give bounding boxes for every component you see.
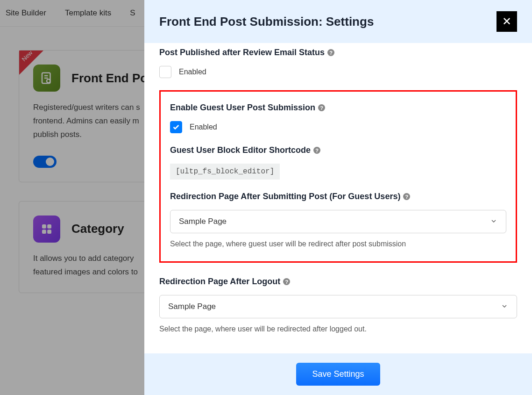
section-title-text: Guest User Block Editor Shortcode <box>170 145 311 155</box>
select-value: Sample Page <box>179 217 227 226</box>
enabled-checkbox[interactable] <box>170 121 182 133</box>
settings-modal: Front End Post Submission: Settings ✕ Po… <box>144 0 532 395</box>
section-shortcode: Guest User Block Editor Shortcode ? [ult… <box>170 145 506 180</box>
section-guest-enable: Enable Guest User Post Submission ? Enab… <box>170 103 506 133</box>
help-icon[interactable]: ? <box>283 278 290 285</box>
close-icon: ✕ <box>502 15 511 28</box>
chevron-down-icon <box>490 217 497 226</box>
checkbox-label: Enabled <box>190 123 217 131</box>
modal-footer: Save Settings <box>144 353 532 395</box>
modal-title: Front End Post Submission: Settings <box>159 14 374 29</box>
section-title-text: Redirection Page After Logout <box>159 277 280 287</box>
highlight-box: Enable Guest User Post Submission ? Enab… <box>159 90 517 263</box>
chevron-down-icon <box>501 302 508 311</box>
section-redirect-guest: Redirection Page After Submitting Post (… <box>170 192 506 248</box>
modal-header: Front End Post Submission: Settings ✕ <box>144 0 532 43</box>
save-settings-button[interactable]: Save Settings <box>296 363 380 386</box>
section-title: Post Published after Review Email Status… <box>159 48 517 57</box>
redirect-logout-select[interactable]: Sample Page <box>159 295 517 318</box>
section-title-text: Post Published after Review Email Status <box>159 48 325 57</box>
help-text: Select the page, where user will be redi… <box>159 325 517 333</box>
help-icon[interactable]: ? <box>327 49 334 56</box>
section-title: Redirection Page After Logout ? <box>159 277 517 287</box>
select-value: Sample Page <box>168 302 216 311</box>
section-title-text: Redirection Page After Submitting Post (… <box>170 192 400 201</box>
redirect-guest-select[interactable]: Sample Page <box>170 210 506 233</box>
help-icon[interactable]: ? <box>318 104 325 111</box>
section-title: Enable Guest User Post Submission ? <box>170 103 506 113</box>
enabled-checkbox[interactable] <box>159 66 171 78</box>
section-title: Guest User Block Editor Shortcode ? <box>170 145 506 155</box>
help-icon[interactable]: ? <box>313 147 320 154</box>
help-icon[interactable]: ? <box>403 193 410 200</box>
section-title: Redirection Page After Submitting Post (… <box>170 192 506 201</box>
modal-body: Post Published after Review Email Status… <box>144 43 532 353</box>
checkbox-label: Enabled <box>179 68 206 76</box>
shortcode-value[interactable]: [ultp_fs_block_editor] <box>170 164 280 180</box>
section-published-email: Post Published after Review Email Status… <box>159 48 517 78</box>
close-button[interactable]: ✕ <box>497 11 517 32</box>
section-redirect-logout: Redirection Page After Logout ? Sample P… <box>159 277 517 333</box>
help-text: Select the page, where guest user will b… <box>170 240 506 248</box>
section-title-text: Enable Guest User Post Submission <box>170 103 315 113</box>
